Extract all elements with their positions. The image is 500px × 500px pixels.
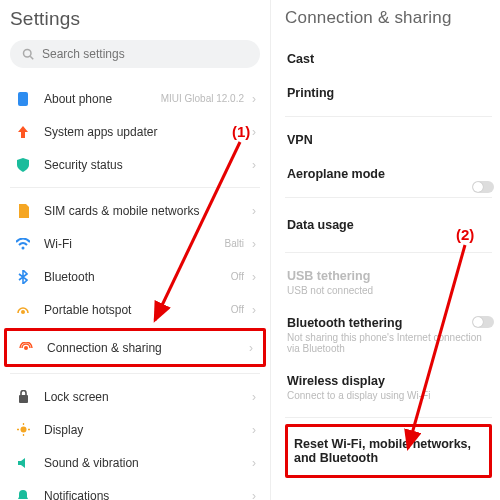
svg-line-13 bbox=[408, 245, 465, 448]
annotation-arrows bbox=[0, 0, 500, 500]
svg-line-12 bbox=[155, 142, 240, 320]
